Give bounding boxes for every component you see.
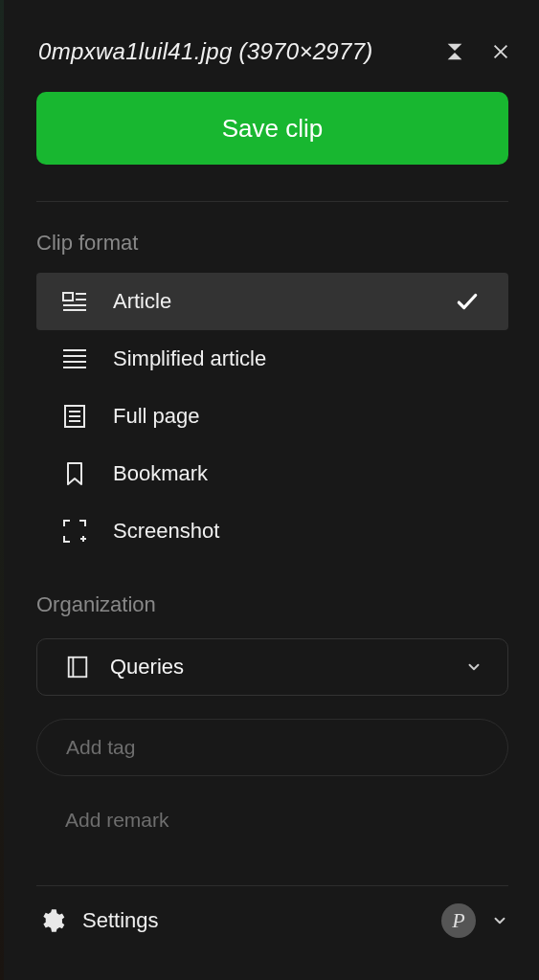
tag-input-container[interactable] [36, 719, 508, 776]
save-clip-button[interactable]: Save clip [36, 92, 508, 165]
clip-format-article[interactable]: Article [36, 273, 508, 330]
notebook-selected-label: Queries [110, 655, 465, 679]
check-icon [455, 289, 480, 314]
chevron-down-icon [465, 658, 483, 676]
svg-rect-15 [69, 657, 87, 677]
clip-format-screenshot[interactable]: Screenshot [36, 502, 508, 560]
clip-format-bookmark[interactable]: Bookmark [36, 445, 508, 502]
avatar-initial: P [452, 908, 464, 933]
header: 0mpxwa1luil41.jpg (3970×2977) [6, 0, 539, 80]
avatar[interactable]: P [441, 903, 476, 938]
gear-icon[interactable] [36, 905, 67, 936]
clip-format-label: Bookmark [113, 461, 480, 486]
svg-rect-0 [63, 293, 73, 301]
clip-format-label: Full page [113, 404, 480, 429]
simplified-article-icon [59, 344, 90, 374]
add-remark-button[interactable]: Add remark [65, 809, 508, 832]
tag-input[interactable] [66, 736, 479, 759]
divider [36, 885, 508, 886]
hourglass-icon[interactable] [443, 40, 466, 63]
divider [36, 201, 508, 202]
bookmark-icon [59, 458, 90, 489]
footer: Settings P [36, 903, 508, 957]
panel-left-edge [0, 0, 4, 980]
full-page-icon [59, 401, 90, 432]
clip-format-label: Article [113, 289, 455, 314]
clip-panel: 0mpxwa1luil41.jpg (3970×2977) Save clip … [0, 0, 539, 980]
organization-section-label: Organization [36, 592, 508, 617]
close-icon[interactable] [489, 40, 512, 63]
settings-label[interactable]: Settings [82, 908, 426, 933]
clip-format-full-page[interactable]: Full page [36, 388, 508, 445]
clip-format-label: Simplified article [113, 346, 480, 371]
clip-format-section-label: Clip format [36, 231, 508, 256]
screenshot-icon [59, 516, 90, 546]
notebook-icon [62, 652, 93, 682]
clip-format-label: Screenshot [113, 519, 480, 544]
clip-format-list: Article Simplified article [6, 273, 539, 560]
article-icon [59, 286, 90, 317]
chevron-down-icon[interactable] [491, 912, 508, 929]
clip-format-simplified-article[interactable]: Simplified article [36, 330, 508, 388]
save-clip-label: Save clip [222, 114, 324, 144]
notebook-select[interactable]: Queries [36, 638, 508, 696]
page-title: 0mpxwa1luil41.jpg (3970×2977) [38, 38, 434, 65]
